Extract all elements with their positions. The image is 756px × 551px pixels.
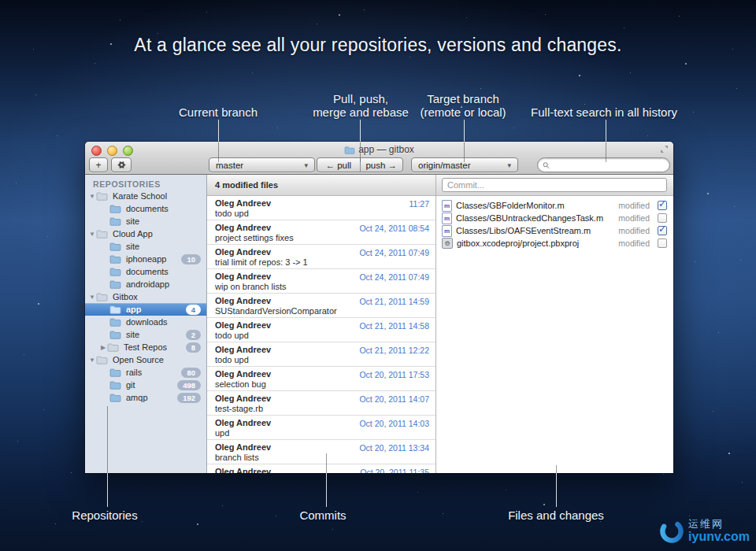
count-badge: 80 (181, 368, 201, 378)
sidebar-item-androidapp[interactable]: androidapp (85, 278, 206, 290)
sidebar-item-cloud-app[interactable]: ▼Cloud App (85, 227, 206, 240)
sidebar-item-rails[interactable]: rails80 (85, 366, 206, 379)
push-button[interactable]: push → (361, 158, 403, 172)
folder-icon (109, 216, 122, 226)
callout-line-commits-inner (326, 453, 327, 473)
folder-icon (96, 292, 108, 301)
callout-target-branch-line1: Target branch (427, 92, 499, 105)
modified-files-label: 4 modified files (215, 180, 278, 190)
sidebar-item-label: Open Source (113, 355, 164, 364)
file-name: Classes/GBUntrackedChangesTask.m (456, 213, 603, 223)
file-name: gitbox.xcodeproj/project.pbxproj (457, 239, 579, 248)
commit-row[interactable]: Oleg AndreevOct 24, 2011 07:49trial limi… (207, 245, 435, 269)
folder-icon (96, 229, 108, 239)
starfield-large (0, 0, 2, 2)
sidebar-item-open-source[interactable]: ▼Open Source (85, 353, 206, 366)
folder-icon (109, 305, 121, 314)
search-field[interactable] (537, 157, 670, 172)
file-list[interactable]: mClasses/GBFolderMonitor.mmodified✓mClas… (436, 199, 673, 250)
callout-line-pull-push (360, 120, 361, 162)
commit-row[interactable]: Oleg AndreevOct 21, 2011 14:59SUStandard… (207, 294, 435, 318)
commit-date: 11:27 (410, 199, 430, 209)
commit-row[interactable]: Oleg AndreevOct 24, 2011 07:49wip on bra… (207, 269, 435, 294)
count-badge: 8 (186, 342, 201, 353)
commit-message-input[interactable] (442, 178, 667, 192)
sidebar-item-label: Karate School (113, 191, 167, 201)
disclosure-closed-icon[interactable]: ▶ (99, 344, 107, 351)
disclosure-open-icon[interactable]: ▼ (88, 231, 96, 238)
callout-line-repositories (107, 473, 108, 507)
watermark-swirl-icon (657, 516, 687, 546)
window-title: app — gitbox (358, 144, 414, 155)
window-titlebar[interactable]: app — gitbox (85, 144, 673, 155)
commit-row[interactable]: Oleg AndreevOct 21, 2011 14:58todo upd (207, 318, 435, 342)
folder-icon (96, 292, 109, 301)
sidebar-item-label: app (126, 305, 142, 314)
search-input[interactable] (553, 160, 665, 171)
folder-icon (109, 216, 121, 226)
commit-message: test-stage.rb (215, 404, 429, 413)
commit-message: wip on branch lists (215, 282, 429, 291)
sidebar-item-documents[interactable]: documents (85, 265, 206, 278)
folder-icon (109, 267, 122, 276)
disclosure-open-icon[interactable]: ▼ (88, 357, 96, 364)
folder-icon (109, 380, 121, 390)
sidebar-item-label: Gitbox (113, 292, 138, 301)
commit-row[interactable]: Oleg AndreevOct 20, 2011 11:35 (207, 464, 435, 473)
folder-icon (96, 355, 108, 364)
objc-file-icon: m (442, 225, 452, 237)
current-branch-value: master (216, 161, 243, 170)
sidebar-item-test-repos[interactable]: ▶Test Repos8 (85, 341, 206, 353)
sidebar-item-amqp[interactable]: amqp192 (85, 391, 206, 404)
commit-row[interactable]: Oleg AndreevOct 24, 2011 08:54project se… (207, 220, 435, 245)
commit-list[interactable]: Oleg Andreev11:27todo updOleg AndreevOct… (207, 196, 435, 473)
sidebar-item-app[interactable]: app4 (85, 303, 206, 316)
sidebar-item-karate-school[interactable]: ▼Karate School (85, 190, 206, 202)
add-repository-button[interactable]: + (89, 157, 108, 172)
sidebar-item-site[interactable]: site (85, 240, 206, 253)
sidebar-header: REPOSITORIES (93, 179, 206, 189)
disclosure-open-icon[interactable]: ▼ (88, 193, 96, 200)
file-row[interactable]: mClasses/GBUntrackedChangesTask.mmodifie… (436, 212, 673, 224)
sidebar-item-site[interactable]: site2 (85, 328, 206, 341)
commit-row[interactable]: Oleg AndreevOct 20, 2011 17:53selection … (207, 367, 435, 391)
commit-date: Oct 24, 2011 08:54 (359, 224, 429, 233)
sidebar-item-label: amqp (126, 393, 148, 402)
commit-row[interactable]: Oleg AndreevOct 20, 2011 14:07test-stage… (207, 391, 435, 416)
window-content: REPOSITORIES ▼Karate Schooldocumentssite… (85, 175, 673, 473)
stage-checkbox[interactable] (658, 239, 667, 248)
sidebar-item-iphoneapp[interactable]: iphoneapp10 (85, 253, 206, 265)
file-status: modified (618, 201, 650, 210)
callout-target-branch-line2: (remote or local) (420, 105, 506, 119)
file-row[interactable]: mClasses/GBFolderMonitor.mmodified✓ (436, 199, 673, 212)
commit-row[interactable]: Oleg AndreevOct 21, 2011 12:22todo upd (207, 342, 435, 367)
commit-row[interactable]: Oleg Andreev11:27todo upd (207, 196, 435, 220)
target-branch-dropdown[interactable]: origin/master ▾ (411, 157, 518, 172)
files-pane: mClasses/GBFolderMonitor.mmodified✓mClas… (436, 175, 673, 473)
file-row[interactable]: mClasses/Libs/OAFSEventStream.mmodified✓ (436, 224, 673, 237)
fullscreen-icon[interactable] (660, 145, 669, 153)
commit-date: Oct 20, 2011 14:07 (359, 394, 429, 404)
callout-line-commits (326, 473, 327, 507)
commit-author: Oleg Andreev (215, 198, 429, 208)
current-branch-dropdown[interactable]: master ▾ (209, 157, 315, 172)
sidebar-item-downloads[interactable]: downloads (85, 316, 206, 328)
stage-checkbox[interactable]: ✓ (658, 201, 667, 210)
commit-row[interactable]: Oleg AndreevOct 20, 2011 13:34branch lis… (207, 440, 435, 464)
sidebar-item-site[interactable]: site (85, 215, 206, 227)
folder-icon (109, 279, 121, 289)
stage-checkbox[interactable] (658, 213, 667, 223)
watermark-site-url[interactable]: iyunv.com (688, 530, 750, 544)
sidebar-item-gitbox[interactable]: ▼Gitbox (85, 290, 206, 303)
commit-row[interactable]: Oleg AndreevOct 20, 2011 14:03upd (207, 416, 435, 440)
gear-button[interactable] (111, 157, 132, 172)
check-icon: ✓ (658, 198, 666, 209)
sidebar-item-label: documents (126, 204, 169, 213)
stage-checkbox[interactable]: ✓ (658, 226, 667, 235)
commit-date: Oct 20, 2011 14:03 (359, 419, 429, 428)
sidebar-item-documents[interactable]: documents (85, 202, 206, 215)
disclosure-open-icon[interactable]: ▼ (88, 294, 96, 301)
file-row[interactable]: ⚙gitbox.xcodeproj/project.pbxprojmodifie… (436, 237, 673, 250)
pull-button[interactable]: ← pull (317, 158, 361, 172)
sidebar-item-git[interactable]: git498 (85, 379, 206, 391)
